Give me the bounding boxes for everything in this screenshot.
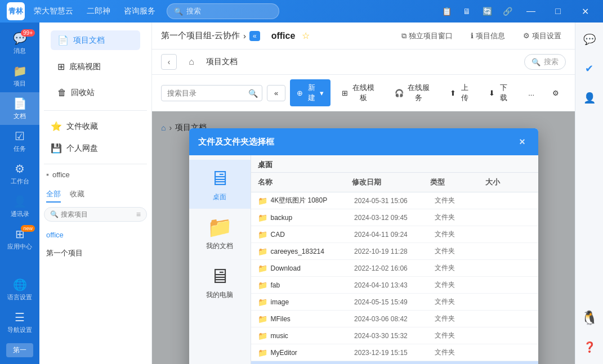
- file-row[interactable]: 📁 MFiles 2024-03-06 08:42 文件夹: [251, 311, 538, 327]
- breadcrumb: 第一个项目组-云协作 › «: [161, 30, 260, 41]
- contacts-icon: 👤: [13, 195, 27, 208]
- project-docs-icon: 📄: [57, 35, 69, 46]
- path-search-box[interactable]: 🔍 搜索: [524, 54, 566, 70]
- file-row[interactable]: 📁 office 2024-06-08 12:17 文件夹: [251, 361, 538, 364]
- location-my-docs[interactable]: 📁 我的文档: [189, 209, 251, 258]
- menu-project-docs[interactable]: 📄 项目文档: [51, 30, 140, 50]
- sidebar-item-bottom-tab[interactable]: 第一: [4, 339, 35, 364]
- service-button[interactable]: 🎧 在线服务: [388, 79, 439, 106]
- menu-grid-view[interactable]: ⊞ 底稿视图: [51, 57, 140, 77]
- path-search-icon: 🔍: [531, 58, 541, 66]
- file-date-cell: 2024-03-06 08:42: [354, 315, 435, 323]
- file-content: ⌂ › 项目文档 文件及文件夹选择框 × 🖥: [152, 111, 575, 364]
- sidebar-item-apps[interactable]: ⊞ 应用中心 new: [0, 223, 39, 255]
- file-row[interactable]: 📁 careeyes_183214 2022-10-19 11:28 文件夹: [251, 243, 538, 260]
- directory-search-input[interactable]: [161, 85, 262, 101]
- tab-all[interactable]: 全部: [46, 187, 61, 203]
- service-label: 在线服务: [406, 83, 432, 103]
- new-dropdown-icon: ▾: [320, 89, 324, 97]
- file-type-cell: 文件夹: [435, 297, 491, 307]
- nav-erlang[interactable]: 二郎神: [87, 6, 110, 16]
- menu-file-collection[interactable]: ⭐ 文件收藏: [44, 116, 147, 136]
- project-list-item-office[interactable]: office: [44, 226, 147, 244]
- file-row[interactable]: 📁 4K壁纸图片 1080P 2024-05-31 15:06 文件夹: [251, 192, 538, 209]
- sidebar-item-contacts[interactable]: 👤 通讯录: [0, 190, 39, 223]
- sidebar-item-documents[interactable]: 📄 文档: [0, 92, 39, 125]
- nav-consult[interactable]: 咨询服务: [124, 6, 155, 16]
- group-name: office: [52, 170, 70, 179]
- toolbar-icon-4[interactable]: 🔗: [499, 3, 515, 19]
- file-name-text: CAD: [271, 231, 285, 239]
- sidebar-item-messages[interactable]: 💬 消息 99+: [0, 27, 39, 60]
- file-row[interactable]: 📁 Download 2022-12-02 16:06 文件夹: [251, 260, 538, 277]
- my-docs-icon: 📁: [207, 215, 233, 239]
- sidebar-item-workspace[interactable]: ⚙ 工作台: [0, 158, 39, 190]
- download-button[interactable]: ⬇ 下载: [482, 79, 517, 106]
- sidebar-item-tasks[interactable]: ☑ 任务: [0, 125, 39, 158]
- sort-icon[interactable]: ≡: [136, 210, 141, 219]
- project-info-btn[interactable]: ℹ 项目信息: [466, 29, 510, 43]
- tab-favorites[interactable]: 收藏: [70, 187, 84, 203]
- right-sidebar-bot[interactable]: 🐧: [579, 308, 600, 328]
- nav-zhirui[interactable]: 荣大智慧云: [34, 6, 73, 16]
- close-button[interactable]: ✕: [574, 0, 596, 23]
- sidebar-label-language: 语言设置: [7, 293, 32, 302]
- independent-window-btn[interactable]: ⧉ 独立项目窗口: [397, 29, 457, 43]
- location-my-pc[interactable]: 🖥 我的电脑: [189, 258, 251, 307]
- tab-row: 全部 收藏: [44, 187, 147, 203]
- file-name-text: music: [271, 332, 288, 340]
- collapse-btn[interactable]: «: [249, 31, 260, 41]
- home-button[interactable]: ⌂: [184, 54, 199, 70]
- tasks-icon: ☑: [15, 129, 25, 143]
- toolbar-icon-1[interactable]: 📋: [439, 3, 454, 19]
- right-sidebar-help[interactable]: ❓: [579, 337, 600, 357]
- right-sidebar-check[interactable]: ✔: [579, 59, 600, 79]
- toolbar-icon-2[interactable]: 🖥: [459, 3, 475, 19]
- more-button[interactable]: ...: [521, 86, 541, 101]
- right-sidebar-user[interactable]: 👤: [579, 88, 600, 108]
- file-row[interactable]: 📁 image 2024-05-15 15:49 文件夹: [251, 294, 538, 311]
- project-search-box[interactable]: 🔍 ≡: [44, 207, 147, 222]
- upload-button[interactable]: ⬆ 上传: [443, 79, 478, 106]
- dialog-header: 文件及文件夹选择框 ×: [189, 128, 538, 155]
- sidebar-item-language[interactable]: 🌐 语言设置: [4, 273, 35, 306]
- sidebar-item-projects[interactable]: 📁 项目: [0, 60, 39, 92]
- toolbar-icon-3[interactable]: 🔄: [479, 3, 495, 19]
- documents-icon: 📄: [13, 97, 27, 110]
- global-search[interactable]: 🔍 搜索: [167, 3, 279, 19]
- location-desktop[interactable]: 🖥 桌面: [189, 160, 251, 209]
- project-info-label: 项目信息: [476, 31, 505, 41]
- file-name-cell: 📁 MyEditor: [258, 348, 355, 357]
- messages-badge: 99+: [21, 29, 35, 37]
- collapse-sidebar-btn[interactable]: «: [267, 85, 285, 101]
- file-name-cell: 📁 backup: [258, 213, 355, 222]
- star-icon[interactable]: ☆: [302, 30, 310, 41]
- col-size: 大小: [485, 177, 525, 187]
- file-row[interactable]: 📁 MyEditor 2023-12-19 15:15 文件夹: [251, 344, 538, 361]
- file-row[interactable]: 📁 backup 2024-03-12 09:45 文件夹: [251, 209, 538, 226]
- file-row[interactable]: 📁 music 2024-03-30 15:32 文件夹: [251, 327, 538, 344]
- file-name-text: MFiles: [271, 315, 291, 323]
- file-row[interactable]: 📁 CAD 2024-04-11 09:24 文件夹: [251, 226, 538, 243]
- new-button[interactable]: ⊕ 新建 ▾: [290, 79, 330, 106]
- settings-button[interactable]: ⚙: [546, 86, 566, 101]
- file-row[interactable]: 📁 fab 2024-04-10 13:43 文件夹: [251, 277, 538, 294]
- right-sidebar-chat[interactable]: 💬: [579, 29, 600, 50]
- menu-personal-disk[interactable]: 💾 个人网盘: [44, 138, 147, 158]
- sidebar-item-nav-settings[interactable]: ☰ 导航设置: [4, 306, 35, 339]
- project-list-item-first[interactable]: 第一个项目: [44, 244, 147, 263]
- project-search-input[interactable]: [61, 210, 123, 218]
- file-list-header: 名称 修改日期 类型 大小: [251, 173, 538, 192]
- back-button[interactable]: ‹: [161, 54, 177, 70]
- minimize-button[interactable]: —: [520, 0, 542, 23]
- second-sidebar-header: 📄 项目文档 ⊞ 底稿视图 🗑 回收站: [39, 23, 151, 110]
- second-sidebar: 📄 项目文档 ⊞ 底稿视图 🗑 回收站 ⭐ 文件收藏 💾 个人网盘 ▪ offi…: [39, 23, 152, 364]
- dialog-close-button[interactable]: ×: [516, 135, 529, 149]
- maximize-button[interactable]: □: [547, 0, 569, 23]
- breadcrumb-text: 第一个项目组-云协作: [161, 30, 240, 41]
- project-docs-label: 项目文档: [73, 35, 105, 46]
- project-settings-btn[interactable]: ⚙ 项目设置: [519, 29, 566, 43]
- menu-trash[interactable]: 🗑 回收站: [51, 83, 140, 102]
- left-sidebar: 💬 消息 99+ 📁 项目 📄 文档 ☑ 任务 ⚙ 工作台 👤 通讯录 ⊞ 应用…: [0, 23, 39, 364]
- template-button[interactable]: ⊞ 在线模板: [335, 79, 383, 106]
